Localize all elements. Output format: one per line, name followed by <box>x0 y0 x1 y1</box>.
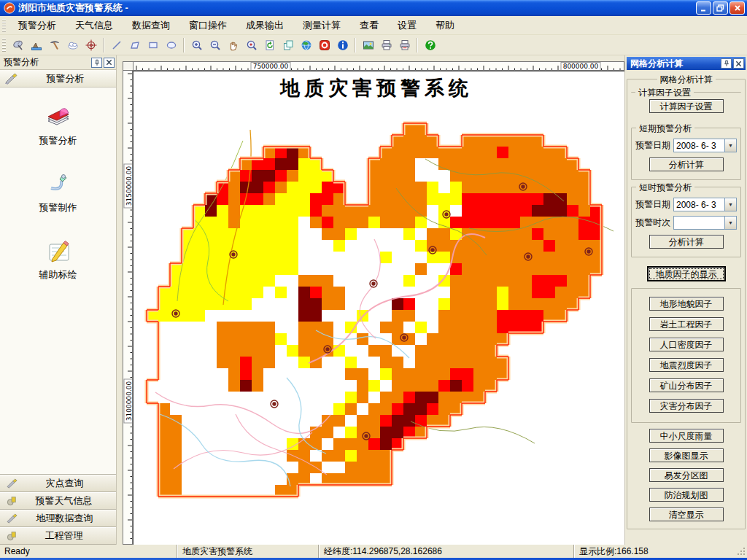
polygon-tool-button[interactable] <box>126 36 143 53</box>
menu-grip[interactable] <box>2 19 6 32</box>
map-raster <box>147 123 602 497</box>
stop-tool-button[interactable] <box>316 36 333 53</box>
zoom-out-icon <box>209 39 221 51</box>
extra-button-0[interactable]: 中小尺度雨量 <box>649 429 724 443</box>
time-label: 预警时次 <box>635 217 673 229</box>
resize-grip[interactable] <box>735 545 747 557</box>
terrain-tool-button[interactable] <box>28 36 44 53</box>
date-label: 预警日期 <box>635 139 673 152</box>
short-term-label: 短期预警分析 <box>636 122 694 135</box>
map-canvas[interactable]: 地质灾害预警系统 <box>133 71 624 545</box>
menu-item-5[interactable]: 测量计算 <box>293 16 350 35</box>
window-title: 浏阳市地质灾害预警系统 - <box>18 1 694 15</box>
help-button[interactable] <box>422 36 438 53</box>
bar-project-management[interactable]: 工程管理 <box>0 527 116 545</box>
factor-button-4[interactable]: 矿山分布因子 <box>649 378 724 392</box>
toolbar-grip[interactable] <box>2 39 6 52</box>
svg-text:3100000.00: 3100000.00 <box>125 381 133 421</box>
zoom-in-button[interactable] <box>188 36 205 53</box>
menu-item-4[interactable]: 成果输出 <box>236 16 293 35</box>
terrain-tool-icon <box>31 39 42 51</box>
brush-icon <box>6 513 19 524</box>
zoom-full-button[interactable] <box>243 36 260 53</box>
target-tool-button[interactable] <box>82 36 99 53</box>
factor-button-5[interactable]: 灾害分布因子 <box>649 399 724 413</box>
pin-icon <box>723 60 730 67</box>
horizontal-ruler: 750000.00800000.00 <box>133 61 624 71</box>
short-term-date-combo[interactable]: 2008- 6- 3 ▼ <box>673 139 737 152</box>
menu-item-6[interactable]: 查看 <box>350 16 388 35</box>
print-button[interactable] <box>378 36 395 53</box>
radar-tool-button[interactable] <box>9 36 26 53</box>
menu-item-1[interactable]: 天气信息 <box>66 16 123 35</box>
item-warning-production[interactable]: 预警制作 <box>39 171 77 214</box>
date-value: 2008- 6- 3 <box>674 141 724 151</box>
factor-button-1[interactable]: 岩土工程因子 <box>649 317 724 331</box>
zoom-out-button[interactable] <box>206 36 223 53</box>
short-time-slot-combo[interactable]: ▼ <box>673 216 737 230</box>
pan-hand-button[interactable] <box>225 36 241 53</box>
menu-item-0[interactable]: 预警分析 <box>9 16 66 35</box>
cloud-tool-button[interactable] <box>64 36 81 53</box>
menu-item-8[interactable]: 帮助 <box>426 16 464 35</box>
grid-analysis-group: 网格分析计算 计算因子设置 计算因子设置 短期预警分析 预警日期 2008- 6… <box>627 79 746 529</box>
extra-button-2[interactable]: 易发分区图 <box>649 468 724 482</box>
maximize-button[interactable] <box>713 1 728 15</box>
bar-warning-weather-info[interactable]: 预警天气信息 <box>0 492 116 510</box>
bar-disaster-point-query[interactable]: 灾点查询 <box>0 475 116 492</box>
factor-setting-group: 计算因子设置 计算因子设置 <box>631 92 741 121</box>
line-tool-icon <box>111 39 123 51</box>
map-title: 地质灾害预警系统 <box>279 77 473 99</box>
pin-button[interactable] <box>91 58 102 68</box>
menu-item-3[interactable]: 窗口操作 <box>179 16 236 35</box>
chevron-down-icon[interactable]: ▼ <box>724 139 736 152</box>
panel-splitter[interactable] <box>117 55 123 545</box>
minimize-button[interactable] <box>696 1 711 15</box>
chevron-down-icon[interactable]: ▼ <box>724 217 736 229</box>
extra-button-4[interactable]: 清空显示 <box>649 508 724 521</box>
short-time-date-combo[interactable]: 2008- 6- 3 ▼ <box>673 198 737 211</box>
item-auxiliary-plotting[interactable]: 辅助标绘 <box>39 238 77 281</box>
refresh-view-button[interactable] <box>261 36 278 53</box>
globe-tool-button[interactable] <box>298 36 314 53</box>
bar-label: 工程管理 <box>18 529 110 542</box>
chevron-down-icon[interactable]: ▼ <box>724 198 736 211</box>
close-button[interactable] <box>729 1 745 15</box>
ellipse-tool-button[interactable] <box>163 36 179 53</box>
pin-button[interactable] <box>721 58 732 69</box>
factor-button-3[interactable]: 地震烈度因子 <box>649 358 724 372</box>
image-export-button[interactable] <box>360 36 376 53</box>
short-time-analyze-button[interactable]: 分析计算 <box>649 235 724 249</box>
left-panel-header[interactable]: 预警分析 <box>0 70 116 88</box>
vertical-ruler: 3150000.003100000.00 <box>123 71 133 545</box>
extra-button-1[interactable]: 影像图显示 <box>649 448 724 462</box>
extra-button-3[interactable]: 防治规划图 <box>649 488 724 502</box>
right-panel-close-button[interactable] <box>733 58 744 69</box>
menu-item-7[interactable]: 设置 <box>388 16 426 35</box>
line-tool-button[interactable] <box>108 36 125 53</box>
geological-factor-display-button[interactable]: 地质因子的显示 <box>647 266 726 281</box>
extra-buttons: 中小尺度雨量影像图显示易发分区图防治规划图清空显示 <box>631 429 741 521</box>
bar-geographic-data-query[interactable]: 地理数据查询 <box>0 510 116 527</box>
hazard-map: 地质灾害预警系统 <box>133 71 624 545</box>
menu-item-2[interactable]: 数据查询 <box>123 16 179 35</box>
rectangle-tool-button[interactable] <box>144 36 161 53</box>
svg-text:3150000.00: 3150000.00 <box>125 166 133 206</box>
info-tool-button[interactable] <box>334 36 351 53</box>
short-term-analyze-button[interactable]: 分析计算 <box>649 158 724 171</box>
left-panel-close-button[interactable] <box>104 58 115 68</box>
factor-button-2[interactable]: 人口密度因子 <box>649 338 724 351</box>
print-preview-button[interactable] <box>396 36 413 53</box>
factor-button-0[interactable]: 地形地貌因子 <box>649 297 724 311</box>
minimize-icon <box>700 5 708 12</box>
date-label: 预警日期 <box>635 198 673 211</box>
menu-bar: 预警分析天气信息数据查询窗口操作成果输出测量计算查看设置帮助 <box>0 16 747 35</box>
date-value: 2008- 6- 3 <box>674 200 724 210</box>
right-panel-titlebar: 网格分析计算 <box>627 57 746 70</box>
factor-setting-label: 计算因子设置 <box>635 87 694 99</box>
factor-setting-button[interactable]: 计算因子设置 <box>649 99 724 113</box>
copy-layer-button[interactable] <box>279 36 296 53</box>
svg-text:750000.00: 750000.00 <box>253 63 289 70</box>
pick-tool-button[interactable] <box>46 36 63 53</box>
item-warning-analysis[interactable]: 预警分析 <box>39 104 77 147</box>
